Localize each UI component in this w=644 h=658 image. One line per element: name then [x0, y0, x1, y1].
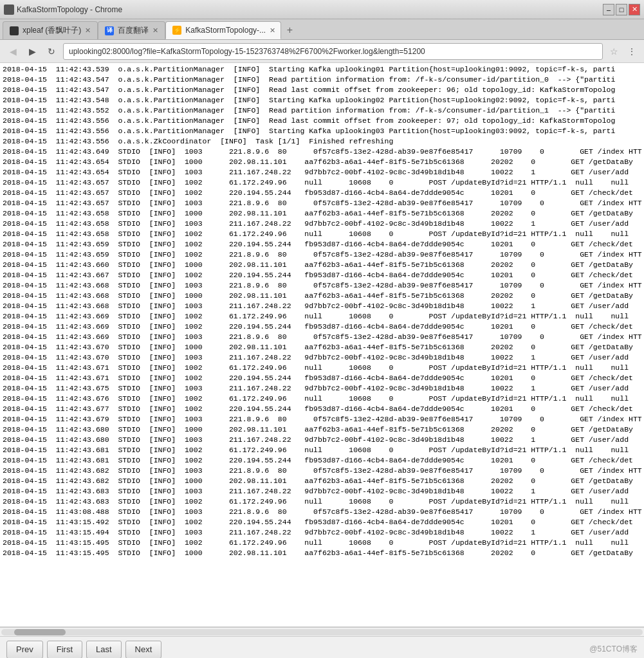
log-line: 2018-04-15 11:42:43.556 o.a.s.k.Partitio…	[3, 126, 641, 136]
log-line: 2018-04-15 11:42:43.668 STDIO [INFO] 100…	[3, 280, 641, 291]
tab-xpleaf-close[interactable]: ✕	[85, 26, 91, 35]
title-bar-left: KafkaStormTopology - Chrome	[4, 5, 122, 15]
forward-button[interactable]: ▶	[24, 44, 40, 59]
log-line: 2018-04-15 11:42:43.680 STDIO [INFO] 100…	[3, 425, 641, 435]
tab-baidu[interactable]: 译 百度翻译 ✕	[98, 21, 165, 39]
github-icon	[10, 26, 19, 35]
log-line: 2018-04-15 11:42:43.552 o.a.s.k.Partitio…	[3, 105, 641, 116]
next-button[interactable]: Next	[125, 641, 162, 659]
minimize-button[interactable]: –	[603, 4, 614, 15]
log-line: 2018-04-15 11:42:43.556 o.a.s.k.Partitio…	[3, 116, 641, 126]
log-line: 2018-04-15 11:42:43.677 STDIO [INFO] 100…	[3, 404, 641, 414]
log-line: 2018-04-15 11:42:43.649 STDIO [INFO] 100…	[3, 147, 641, 157]
prev-button[interactable]: Prev	[6, 641, 43, 659]
log-line: 2018-04-15 11:42:43.657 STDIO [INFO] 100…	[3, 178, 641, 188]
page-navigation: Prev First Last Next	[6, 641, 161, 659]
window-title: KafkaStormTopology - Chrome	[17, 5, 122, 14]
log-line: 2018-04-15 11:42:43.683 STDIO [INFO] 100…	[3, 497, 641, 507]
log-line: 2018-04-15 11:43:15.494 STDIO [INFO] 100…	[3, 527, 641, 538]
horizontal-scrollbar[interactable]	[0, 627, 644, 636]
log-line: 2018-04-15 11:42:43.660 STDIO [INFO] 100…	[3, 260, 641, 270]
scroll-track[interactable]	[1, 629, 643, 635]
last-button[interactable]: Last	[86, 641, 122, 659]
log-line: 2018-04-15 11:42:43.681 STDIO [INFO] 100…	[3, 455, 641, 466]
log-line: 2018-04-15 11:42:43.671 STDIO [INFO] 100…	[3, 363, 641, 373]
log-line: 2018-04-15 11:42:43.659 STDIO [INFO] 100…	[3, 250, 641, 260]
log-line: 2018-04-15 11:42:43.671 STDIO [INFO] 100…	[3, 373, 641, 383]
log-line: 2018-04-15 11:42:43.669 STDIO [INFO] 100…	[3, 311, 641, 322]
log-line: 2018-04-15 11:42:43.669 STDIO [INFO] 100…	[3, 322, 641, 332]
log-line: 2018-04-15 11:42:43.556 o.a.s.k.ZkCoordi…	[3, 136, 641, 147]
baidu-icon: 译	[105, 26, 114, 35]
tab-kafka[interactable]: ⚡ KafkaStormTopology-... ✕	[165, 21, 281, 39]
tab-xpleaf[interactable]: xpleaf (香飘叶子) ✕	[3, 21, 98, 39]
log-line: 2018-04-15 11:42:43.659 STDIO [INFO] 100…	[3, 239, 641, 250]
watermark: @51CTO博客	[589, 644, 638, 655]
log-line: 2018-04-15 11:42:43.679 STDIO [INFO] 100…	[3, 414, 641, 425]
log-line: 2018-04-15 11:43:15.495 STDIO [INFO] 100…	[3, 538, 641, 548]
tab-xpleaf-label: xpleaf (香飘叶子)	[23, 25, 81, 36]
log-line: 2018-04-15 11:42:43.548 o.a.s.k.Partitio…	[3, 95, 641, 105]
log-line: 2018-04-15 11:42:43.657 STDIO [INFO] 100…	[3, 198, 641, 208]
log-line: 2018-04-15 11:42:43.657 STDIO [INFO] 100…	[3, 188, 641, 198]
address-bar: ◀ ▶ ↻ ☆ ⋮	[0, 40, 644, 63]
scroll-thumb[interactable]	[14, 629, 66, 635]
log-line: 2018-04-15 11:42:43.658 STDIO [INFO] 100…	[3, 208, 641, 219]
log-line: 2018-04-15 11:43:15.495 STDIO [INFO] 100…	[3, 548, 641, 558]
reload-button[interactable]: ↻	[44, 44, 59, 59]
log-line: 2018-04-15 11:42:43.654 STDIO [INFO] 100…	[3, 167, 641, 178]
tab-kafka-label: KafkaStormTopology-...	[185, 26, 266, 35]
log-content: 2018-04-15 11:42:43.539 o.a.s.k.Partitio…	[0, 63, 644, 560]
log-line: 2018-04-15 11:42:43.680 STDIO [INFO] 100…	[3, 435, 641, 445]
log-line: 2018-04-15 11:42:43.683 STDIO [INFO] 100…	[3, 486, 641, 497]
maximize-button[interactable]: □	[616, 4, 627, 15]
log-line: 2018-04-15 11:42:43.658 STDIO [INFO] 100…	[3, 229, 641, 239]
kafka-icon: ⚡	[172, 26, 181, 35]
address-input[interactable]	[63, 43, 603, 60]
log-line: 2018-04-15 11:42:43.682 STDIO [INFO] 100…	[3, 476, 641, 486]
bookmark-icon[interactable]: ☆	[607, 44, 621, 59]
log-line: 2018-04-15 11:42:43.654 STDIO [INFO] 100…	[3, 157, 641, 167]
log-line: 2018-04-15 11:42:43.681 STDIO [INFO] 100…	[3, 445, 641, 455]
close-button[interactable]: ✕	[629, 4, 640, 15]
log-container[interactable]: 2018-04-15 11:42:43.539 o.a.s.k.Partitio…	[0, 63, 644, 627]
title-bar: KafkaStormTopology - Chrome – □ ✕	[0, 0, 644, 19]
log-line: 2018-04-15 11:42:43.539 o.a.s.k.Partitio…	[3, 64, 641, 75]
log-line: 2018-04-15 11:42:43.547 o.a.s.k.Partitio…	[3, 85, 641, 95]
menu-icon[interactable]: ⋮	[625, 44, 639, 59]
log-line: 2018-04-15 11:42:43.670 STDIO [INFO] 100…	[3, 352, 641, 363]
tab-baidu-close[interactable]: ✕	[152, 26, 158, 35]
log-line: 2018-04-15 11:42:43.676 STDIO [INFO] 100…	[3, 394, 641, 404]
chrome-icon	[4, 5, 14, 15]
tab-kafka-close[interactable]: ✕	[270, 26, 275, 35]
log-line: 2018-04-15 11:42:43.668 STDIO [INFO] 100…	[3, 301, 641, 311]
window-controls[interactable]: – □ ✕	[603, 4, 640, 15]
log-line: 2018-04-15 11:42:43.668 STDIO [INFO] 100…	[3, 291, 641, 301]
log-line: 2018-04-15 11:42:43.670 STDIO [INFO] 100…	[3, 342, 641, 352]
log-line: 2018-04-15 11:42:43.667 STDIO [INFO] 100…	[3, 270, 641, 280]
log-line: 2018-04-15 11:43:08.488 STDIO [INFO] 100…	[3, 507, 641, 517]
tab-bar: xpleaf (香飘叶子) ✕ 译 百度翻译 ✕ ⚡ KafkaStormTop…	[0, 19, 644, 40]
back-button[interactable]: ◀	[5, 44, 21, 59]
bottom-nav: Prev First Last Next @51CTO博客	[0, 636, 644, 658]
new-tab-button[interactable]: +	[281, 21, 298, 39]
log-line: 2018-04-15 11:42:43.547 o.a.s.k.Partitio…	[3, 75, 641, 85]
tab-baidu-label: 百度翻译	[118, 25, 149, 36]
log-line: 2018-04-15 11:43:15.492 STDIO [INFO] 100…	[3, 517, 641, 527]
log-line: 2018-04-15 11:42:43.658 STDIO [INFO] 100…	[3, 219, 641, 229]
log-line: 2018-04-15 11:42:43.675 STDIO [INFO] 100…	[3, 383, 641, 394]
first-button[interactable]: First	[47, 641, 82, 659]
log-line: 2018-04-15 11:42:43.669 STDIO [INFO] 100…	[3, 332, 641, 342]
log-line: 2018-04-15 11:42:43.682 STDIO [INFO] 100…	[3, 466, 641, 476]
